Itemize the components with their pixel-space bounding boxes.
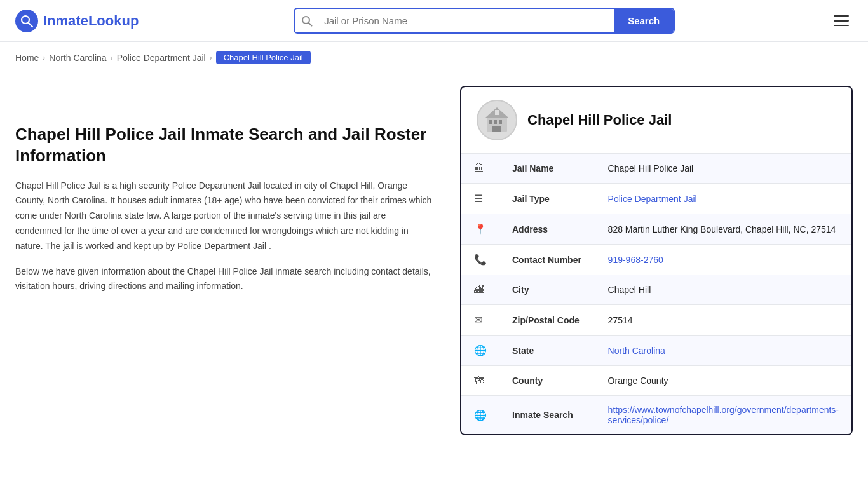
row-value[interactable]: 919-968-2760 (595, 245, 851, 275)
table-row: ✉Zip/Postal Code27514 (461, 305, 851, 336)
row-value: 27514 (595, 305, 851, 336)
breadcrumb-chevron-2: › (111, 53, 113, 62)
logo-icon (15, 10, 38, 32)
breadcrumb-jail-type[interactable]: Police Department Jail (117, 53, 206, 63)
row-link[interactable]: https://www.townofchapelhill.org/governm… (608, 405, 839, 425)
row-icon: 🏛 (461, 154, 499, 184)
table-row: 🗺CountyOrange County (461, 366, 851, 396)
info-card: Chapel Hill Police Jail 🏛Jail NameChapel… (460, 86, 853, 435)
row-label: City (499, 275, 595, 305)
search-icon (295, 10, 319, 32)
row-value: Orange County (595, 366, 851, 396)
description-paragraph-2: Below we have given information about th… (15, 264, 435, 295)
row-icon: 📞 (461, 245, 499, 275)
breadcrumb-chevron-1: › (43, 53, 45, 62)
right-panel: Chapel Hill Police Jail 🏛Jail NameChapel… (460, 86, 853, 435)
search-input[interactable] (319, 9, 614, 32)
table-row: 🏛Jail NameChapel Hill Police Jail (461, 154, 851, 184)
table-row: 📍Address828 Martin Luther King Boulevard… (461, 214, 851, 245)
breadcrumb-current: Chapel Hill Police Jail (216, 51, 311, 64)
row-link[interactable]: 919-968-2760 (608, 255, 663, 265)
row-icon: ✉ (461, 305, 499, 336)
hamburger-line-3 (834, 25, 849, 27)
row-label: Jail Name (499, 154, 595, 184)
breadcrumb-home[interactable]: Home (15, 53, 39, 63)
row-value: Chapel Hill (595, 275, 851, 305)
svg-rect-5 (489, 120, 492, 124)
left-panel: Chapel Hill Police Jail Inmate Search an… (15, 86, 435, 435)
row-label: State (499, 336, 595, 366)
row-link[interactable]: Police Department Jail (608, 194, 697, 204)
table-row: 📞Contact Number919-968-2760 (461, 245, 851, 275)
row-icon: 🗺 (461, 366, 499, 396)
row-label: County (499, 366, 595, 396)
search-area: Search (294, 8, 675, 34)
row-icon: ☰ (461, 184, 499, 214)
hamburger-line-1 (834, 15, 849, 17)
description-paragraph-1: Chapel Hill Police Jail is a high securi… (15, 179, 435, 254)
table-row: ☰Jail TypePolice Department Jail (461, 184, 851, 214)
row-value: 828 Martin Luther King Boulevard, Chapel… (595, 214, 851, 245)
svg-rect-10 (495, 110, 499, 115)
row-label: Jail Type (499, 184, 595, 214)
row-value[interactable]: Police Department Jail (595, 184, 851, 214)
svg-rect-7 (499, 120, 502, 124)
page-title: Chapel Hill Police Jail Inmate Search an… (15, 124, 435, 167)
hamburger-line-2 (834, 20, 849, 22)
svg-line-3 (309, 22, 312, 25)
row-label: Address (499, 214, 595, 245)
jail-avatar (477, 100, 517, 140)
table-row: 🏙CityChapel Hill (461, 275, 851, 305)
breadcrumb-state[interactable]: North Carolina (49, 53, 106, 63)
info-table: 🏛Jail NameChapel Hill Police Jail☰Jail T… (461, 154, 851, 434)
search-wrapper: Search (294, 8, 675, 34)
row-icon: 🏙 (461, 275, 499, 305)
logo-text: InmateLookup (43, 13, 139, 29)
svg-line-1 (29, 22, 33, 27)
info-card-title: Chapel Hill Police Jail (527, 112, 672, 128)
site-header: InmateLookup Search (0, 0, 868, 42)
info-card-header: Chapel Hill Police Jail (461, 87, 851, 154)
row-icon: 🌐 (461, 396, 499, 435)
logo-link[interactable]: InmateLookup (15, 10, 139, 32)
search-button[interactable]: Search (614, 9, 674, 32)
row-icon: 🌐 (461, 336, 499, 366)
row-label: Contact Number (499, 245, 595, 275)
row-value: Chapel Hill Police Jail (595, 154, 851, 184)
hamburger-menu[interactable] (830, 11, 853, 30)
row-link[interactable]: North Carolina (608, 346, 665, 356)
row-label: Zip/Postal Code (499, 305, 595, 336)
row-label: Inmate Search (499, 396, 595, 435)
row-icon: 📍 (461, 214, 499, 245)
breadcrumb: Home › North Carolina › Police Departmen… (0, 42, 868, 73)
table-row: 🌐Inmate Searchhttps://www.townofchapelhi… (461, 396, 851, 435)
main-content: Chapel Hill Police Jail Inmate Search an… (0, 73, 868, 461)
table-row: 🌐StateNorth Carolina (461, 336, 851, 366)
svg-rect-6 (494, 120, 497, 124)
breadcrumb-chevron-3: › (210, 53, 212, 62)
row-value[interactable]: https://www.townofchapelhill.org/governm… (595, 396, 851, 435)
svg-rect-8 (492, 126, 501, 132)
row-value[interactable]: North Carolina (595, 336, 851, 366)
